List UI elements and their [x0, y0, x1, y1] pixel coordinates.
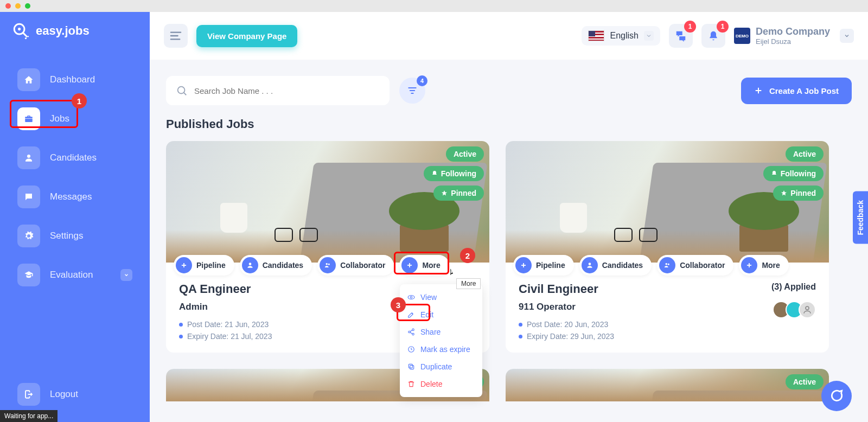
dropdown-duplicate[interactable]: Duplicate	[400, 358, 482, 375]
chevron-down-icon	[644, 31, 654, 41]
collaborator-chip[interactable]: Collaborator	[657, 255, 733, 276]
svg-point-9	[178, 87, 185, 94]
search-icon	[176, 85, 188, 97]
annotation-badge-1: 1	[72, 93, 87, 108]
svg-point-23	[668, 264, 669, 265]
dropdown-view[interactable]: View	[400, 289, 482, 306]
company-menu[interactable]: DEMO Demo Company Eijel Dsuza	[734, 26, 854, 46]
sidebar-item-settings[interactable]: Settings	[13, 219, 137, 253]
bell-ring-icon	[771, 170, 777, 177]
search-box[interactable]	[166, 76, 390, 105]
dropdown-edit[interactable]: Edit	[400, 306, 482, 323]
chat-badge: 1	[684, 21, 696, 33]
svg-point-22	[666, 263, 668, 265]
chat-fab[interactable]	[821, 381, 852, 411]
hamburger-button[interactable]	[164, 24, 188, 48]
copy-icon	[407, 363, 415, 370]
sidebar-item-label: Settings	[50, 231, 83, 241]
svg-point-27	[408, 296, 414, 299]
dropdown-share[interactable]: Share	[400, 323, 482, 341]
traffic-light-maximize[interactable]	[25, 3, 30, 9]
candidates-chip[interactable]: Candidates	[240, 255, 312, 276]
bell-badge: 1	[717, 21, 729, 33]
filter-button[interactable]: 4	[399, 78, 425, 104]
create-job-button[interactable]: Create A Job Post	[741, 78, 852, 104]
sidebar-item-label: Jobs	[50, 113, 69, 124]
tooltip-more: More	[456, 278, 481, 289]
chevron-down-icon	[120, 269, 132, 281]
language-selector[interactable]: English	[582, 26, 660, 46]
svg-point-21	[588, 263, 591, 265]
status-following: Following	[424, 166, 484, 181]
sidebar-item-dashboard[interactable]: Dashboard	[13, 63, 137, 97]
topbar: View Company Page English 1 1 DEMO	[150, 12, 868, 60]
plus-icon	[406, 261, 413, 269]
sidebar-item-jobs[interactable]: Jobs 1	[13, 102, 137, 136]
svg-point-28	[410, 296, 412, 298]
filter-badge: 4	[417, 75, 427, 86]
sidebar-item-candidates[interactable]: Candidates	[13, 141, 137, 175]
applied-count: (3) Applied	[771, 282, 816, 292]
notifications-button[interactable]: 1	[701, 24, 725, 48]
pipeline-chip[interactable]: Pipeline	[513, 255, 574, 276]
plus-circle-icon	[180, 261, 188, 269]
status-pinned: Pinned	[433, 186, 484, 201]
user-icon	[246, 261, 254, 269]
flag-icon	[588, 30, 604, 41]
job-post-date: Post Date: 20 Jun, 2023	[519, 320, 816, 329]
svg-rect-36	[409, 364, 412, 368]
pipeline-chip[interactable]: Pipeline	[174, 255, 234, 276]
logo-icon	[12, 22, 30, 40]
company-logo-icon: DEMO	[734, 28, 750, 44]
job-card-partial: Active	[506, 369, 829, 401]
svg-point-3	[25, 37, 27, 39]
eye-icon	[407, 293, 415, 301]
svg-point-29	[412, 329, 414, 331]
graduation-icon	[24, 270, 34, 280]
job-card: Active Following Pinned Pipeline Candida…	[506, 141, 829, 353]
search-input[interactable]	[194, 86, 380, 95]
gear-icon	[24, 231, 34, 241]
svg-line-10	[184, 93, 187, 95]
status-bar: Waiting for app...	[0, 410, 58, 422]
feedback-tab[interactable]: Feedback	[853, 191, 868, 244]
plus-circle-icon	[520, 261, 527, 269]
chat-icon	[829, 389, 844, 403]
share-icon	[407, 328, 415, 336]
sidebar-item-label: Dashboard	[50, 74, 95, 85]
more-chip[interactable]: More	[739, 255, 788, 276]
create-job-label: Create A Job Post	[769, 86, 839, 95]
bell-ring-icon	[431, 170, 438, 177]
traffic-light-close[interactable]	[5, 3, 11, 9]
users-icon	[663, 261, 671, 269]
more-chip[interactable]: More	[399, 255, 449, 276]
chevron-down-icon	[840, 29, 854, 43]
candidates-chip[interactable]: Candidates	[579, 255, 652, 276]
sidebar-item-label: Evaluation	[50, 270, 93, 280]
status-active: Active	[786, 374, 824, 389]
collaborator-chip[interactable]: Collaborator	[317, 255, 394, 276]
sidebar-item-evaluation[interactable]: Evaluation	[13, 258, 137, 292]
sidebar-item-label: Messages	[50, 191, 92, 202]
annotation-badge-2: 2	[460, 248, 475, 263]
applicant-avatars	[773, 301, 816, 318]
traffic-light-minimize[interactable]	[15, 3, 21, 9]
chat-button[interactable]: 1	[669, 24, 693, 48]
job-cover-image: Active Following Pinned	[506, 141, 829, 263]
svg-point-17	[326, 263, 328, 265]
company-user: Eijel Dsuza	[756, 37, 830, 46]
edit-icon	[407, 311, 415, 318]
status-active: Active	[786, 146, 824, 162]
plus-icon	[754, 86, 763, 95]
sidebar-item-messages[interactable]: Messages	[13, 180, 137, 214]
svg-point-31	[412, 333, 414, 335]
view-company-button[interactable]: View Company Page	[196, 25, 297, 47]
annotation-badge-3: 3	[391, 297, 406, 312]
dropdown-delete[interactable]: Delete	[400, 375, 482, 393]
svg-point-26	[806, 306, 809, 310]
svg-point-16	[248, 263, 251, 265]
dropdown-mark-expire[interactable]: Mark as expire	[400, 341, 482, 358]
logout-icon	[24, 389, 34, 399]
logo[interactable]: easy.jobs	[0, 22, 150, 52]
language-label: English	[610, 31, 638, 41]
